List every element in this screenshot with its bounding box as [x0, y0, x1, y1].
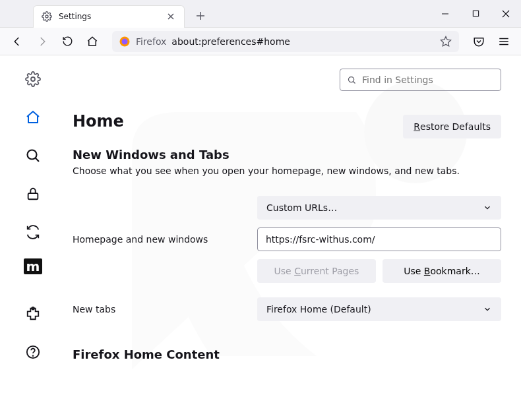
- sidebar-item-help[interactable]: [21, 340, 45, 364]
- window-minimize-button[interactable]: [430, 0, 460, 28]
- window-maximize-button[interactable]: [460, 0, 491, 28]
- use-current-pages-button[interactable]: Use Current Pages: [257, 259, 376, 283]
- use-bookmark-button[interactable]: Use Bookmark…: [383, 259, 501, 283]
- urlbar-identity-label: Firefox: [136, 36, 166, 47]
- sidebar-item-more[interactable]: m: [24, 258, 42, 274]
- url-bar[interactable]: Firefox about:preferences#home: [112, 31, 459, 52]
- settings-main: Home Restore Defaults New Windows and Ta…: [66, 55, 521, 420]
- homepage-label: Homepage and new windows: [73, 234, 244, 245]
- search-icon: [347, 75, 357, 85]
- sidebar-item-sync[interactable]: [21, 220, 45, 244]
- search-settings-field[interactable]: [340, 69, 501, 91]
- nav-back-button[interactable]: [7, 31, 28, 52]
- section-heading-new-windows: New Windows and Tabs: [73, 148, 501, 162]
- nav-reload-button[interactable]: [57, 31, 78, 52]
- urlbar-text: about:preferences#home: [171, 36, 434, 47]
- svg-point-6: [28, 150, 37, 160]
- new-tabs-label: New tabs: [73, 304, 244, 315]
- window-titlebar: Settings: [0, 0, 521, 28]
- section-heading-home-content: Firefox Home Content: [73, 347, 501, 361]
- chevron-down-icon: [483, 203, 492, 212]
- homepage-url-input[interactable]: [257, 227, 501, 251]
- homepage-mode-select[interactable]: Custom URLs…: [257, 196, 501, 220]
- svg-point-10: [33, 355, 34, 356]
- svg-rect-7: [28, 193, 38, 199]
- gear-icon: [42, 11, 52, 22]
- sidebar-item-search[interactable]: [21, 144, 45, 167]
- settings-sidebar: m: [0, 55, 66, 420]
- bookmark-star-icon[interactable]: [439, 35, 452, 48]
- select-value: Firefox Home (Default): [266, 304, 371, 315]
- window-close-button[interactable]: [491, 0, 521, 28]
- firefox-icon: [119, 36, 131, 47]
- close-tab-icon[interactable]: [166, 11, 176, 22]
- select-value: Custom URLs…: [266, 202, 337, 213]
- nav-home-button[interactable]: [82, 31, 103, 52]
- svg-rect-2: [473, 11, 478, 16]
- sidebar-item-general[interactable]: [21, 67, 45, 91]
- nav-forward-button[interactable]: [32, 31, 53, 52]
- svg-point-4: [122, 38, 128, 44]
- new-tabs-select[interactable]: Firefox Home (Default): [257, 297, 501, 321]
- restore-defaults-button[interactable]: Restore Defaults: [403, 115, 501, 138]
- page-title: Home: [73, 112, 403, 131]
- sidebar-item-extensions[interactable]: [21, 302, 45, 326]
- svg-point-5: [31, 77, 35, 81]
- sidebar-item-home[interactable]: [21, 105, 45, 129]
- browser-toolbar: Firefox about:preferences#home: [0, 28, 521, 55]
- chevron-down-icon: [483, 305, 492, 314]
- svg-point-1: [46, 15, 48, 18]
- pocket-button[interactable]: [468, 31, 489, 52]
- sidebar-item-privacy[interactable]: [21, 182, 45, 206]
- svg-point-11: [349, 76, 354, 82]
- browser-tab-settings[interactable]: Settings: [33, 5, 185, 28]
- section-description: Choose what you see when you open your h…: [73, 165, 501, 176]
- new-tab-button[interactable]: [191, 7, 210, 25]
- app-menu-button[interactable]: [493, 31, 514, 52]
- tab-title: Settings: [59, 12, 159, 21]
- search-settings-input[interactable]: [362, 75, 494, 85]
